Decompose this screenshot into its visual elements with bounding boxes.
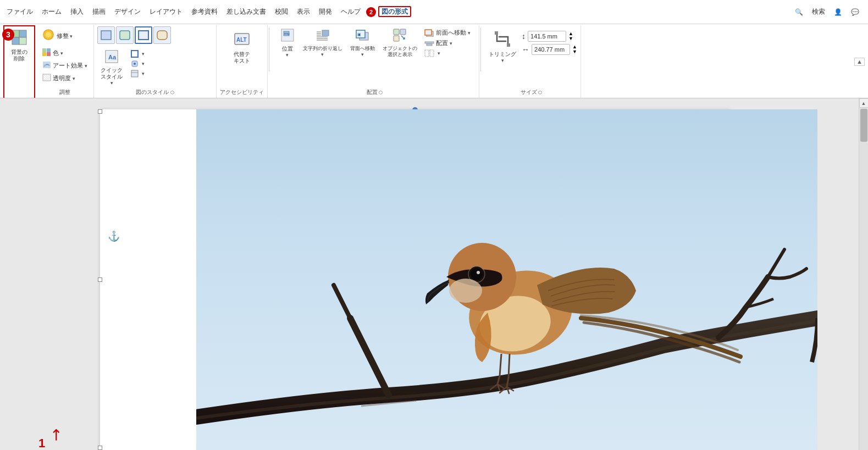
alt-text-icon: ALT — [234, 31, 250, 50]
style-thumb-1[interactable] — [97, 26, 115, 44]
svg-rect-14 — [120, 31, 130, 40]
select-objects-icon — [392, 28, 407, 45]
ribbon-scroll-up[interactable]: ▲ — [854, 58, 865, 66]
width-icon: ↔ — [522, 45, 529, 54]
share-icon[interactable]: 👤 — [832, 7, 844, 17]
position-icon: img — [280, 28, 295, 45]
select-objects-button[interactable]: オブジェクトの選択と表示 — [379, 26, 421, 59]
svg-rect-47 — [425, 50, 429, 57]
send-back-label: 背面へ移動 — [350, 46, 375, 52]
svg-text:img: img — [284, 32, 290, 35]
ribbon-content: 背景の削除 — [0, 25, 868, 98]
trim-button[interactable]: トリミング ▾ — [485, 29, 519, 65]
transparency-icon — [42, 74, 51, 83]
send-back-button[interactable]: ▣ 背面へ移動 ▾ — [347, 26, 378, 59]
select-objects-label: オブジェクトの選択と表示 — [383, 46, 417, 58]
svg-rect-44 — [425, 30, 432, 35]
art-effect-icon — [42, 61, 51, 70]
annotation-3-badge: 3 — [2, 29, 14, 41]
handle-left-bot[interactable] — [98, 446, 102, 450]
adjust-label: 修整 — [57, 32, 69, 40]
adjust-label-bottom: 調整 — [40, 87, 90, 98]
ribbon-group-alt-text: ALT 代替テキスト アクセシビリティ — [217, 25, 268, 98]
ribbon-group-picture-style: Aa クイックスタイル ▾ ▾ — [94, 25, 217, 98]
search-label[interactable]: 検索 — [810, 6, 827, 18]
bird-image-container[interactable] — [196, 109, 817, 450]
menu-insert[interactable]: 挿入 — [66, 5, 88, 19]
comment-icon[interactable]: 💬 — [849, 7, 861, 17]
alt-text-button[interactable]: ALT 代替テキスト — [230, 30, 253, 66]
style-thumb-4[interactable] — [153, 26, 171, 44]
svg-rect-6 — [42, 48, 46, 52]
menu-picture-format[interactable]: 図の形式 — [378, 6, 411, 17]
style-thumb-3[interactable] — [135, 26, 152, 44]
svg-rect-49 — [495, 31, 498, 35]
menu-mailings[interactable]: 差し込み文書 — [222, 5, 270, 19]
adjust-button[interactable]: 修整 ▾ — [40, 26, 90, 46]
handle-left-mid[interactable] — [98, 277, 102, 282]
svg-rect-8 — [42, 52, 46, 56]
annotation-1-arrow: ↗ — [45, 424, 67, 446]
art-effect-button[interactable]: アート効果 ▾ — [40, 60, 90, 71]
pic-effect-button[interactable]: ▾ — [128, 59, 147, 69]
bring-front-label: 前面へ移動 — [436, 29, 466, 37]
svg-rect-7 — [47, 48, 51, 52]
menu-dev[interactable]: 開発 — [314, 5, 336, 19]
menu-home[interactable]: ホーム — [37, 5, 66, 19]
svg-rect-20 — [131, 51, 138, 57]
svg-rect-30 — [322, 30, 329, 36]
anchor-icon[interactable]: ⚓ — [108, 230, 120, 242]
text-wrap-icon — [316, 28, 330, 45]
pic-layout-button[interactable]: ▾ — [128, 69, 147, 79]
svg-rect-41 — [400, 29, 406, 35]
trim-icon — [494, 30, 511, 50]
position-button[interactable]: img 位置 ▾ — [277, 26, 298, 59]
menu-draw[interactable]: 描画 — [88, 5, 110, 19]
adjust-icon — [42, 28, 55, 43]
document-page: ⚓ — [100, 109, 729, 450]
scroll-thumb[interactable] — [860, 109, 867, 142]
quick-style-button[interactable]: Aa クイックスタイル ▾ — [97, 48, 126, 87]
svg-rect-48 — [430, 50, 434, 57]
document-area: 1 ↗ ⚓ — [0, 98, 868, 450]
menu-help[interactable]: ヘルプ — [336, 5, 365, 19]
remove-bg-label: 背景の削除 — [11, 49, 27, 62]
menu-right-area: 🔍 検索 👤 💬 — [793, 6, 866, 18]
accessibility-label: アクセシビリティ — [220, 87, 264, 98]
svg-rect-23 — [131, 70, 138, 77]
align-button[interactable]: 配置 ▾ — [422, 38, 473, 48]
pic-border-button[interactable]: ▾ — [128, 49, 147, 59]
menu-design[interactable]: デザイン — [110, 5, 145, 19]
ribbon-group-arrange: img 位置 ▾ — [270, 25, 479, 98]
handle-left-top[interactable] — [98, 109, 102, 114]
height-row: ↕ ▲ ▼ — [522, 31, 577, 42]
svg-rect-3 — [19, 37, 26, 45]
menu-view[interactable]: 表示 — [292, 5, 314, 19]
text-wrap-button[interactable]: 文字列の折り返し ▾ — [300, 26, 346, 59]
scroll-track[interactable] — [859, 108, 868, 450]
bring-front-button[interactable]: 前面へ移動 ▾ — [422, 27, 473, 38]
width-input[interactable] — [532, 44, 570, 55]
menu-layout[interactable]: レイアウト — [145, 5, 187, 19]
svg-point-59 — [449, 279, 482, 303]
alt-text-label: 代替テキスト — [234, 51, 250, 64]
style-thumb-2[interactable] — [116, 26, 134, 44]
group-button[interactable]: ▾ — [422, 48, 473, 58]
svg-point-11 — [44, 64, 46, 66]
svg-rect-16 — [157, 31, 167, 40]
width-down-btn[interactable]: ▼ — [572, 49, 577, 54]
menu-file[interactable]: ファイル — [2, 5, 37, 19]
menu-review[interactable]: 校閲 — [270, 5, 292, 19]
align-label: 配置 — [436, 39, 448, 47]
height-input[interactable] — [528, 31, 566, 42]
menu-references[interactable]: 参考資料 — [187, 5, 222, 19]
ribbon: 背景の削除 — [0, 24, 868, 98]
transparency-button[interactable]: 透明度 ▾ — [40, 73, 90, 84]
color-button[interactable]: 色 ▾ — [40, 47, 90, 59]
scroll-up-button[interactable]: ▲ — [859, 98, 869, 108]
height-down-btn[interactable]: ▼ — [568, 36, 573, 41]
search-icon-menu[interactable]: 🔍 — [793, 7, 805, 17]
svg-rect-50 — [507, 43, 510, 47]
svg-point-22 — [134, 63, 136, 65]
color-label: 色 — [53, 49, 59, 57]
